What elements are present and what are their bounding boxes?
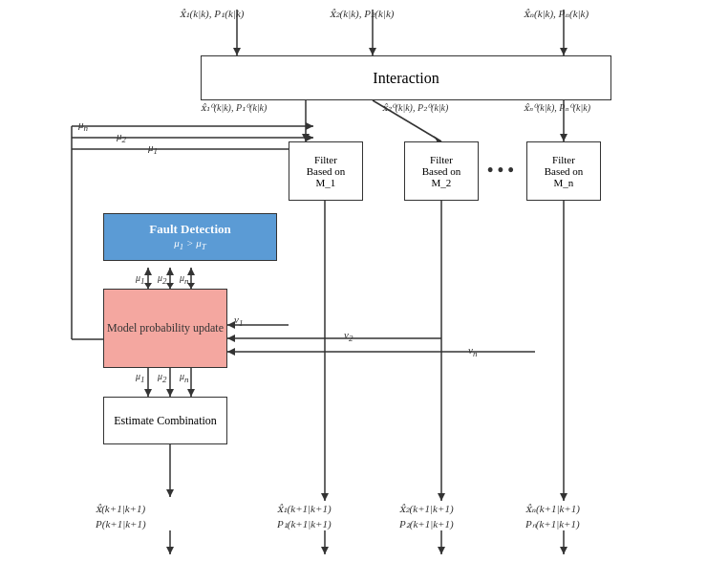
- filter1-box: Filter Based on M_1: [289, 141, 363, 201]
- svg-marker-3: [369, 48, 376, 55]
- svg-marker-38: [187, 389, 195, 397]
- fault-detection-sublabel: μ1 > μT: [149, 237, 231, 251]
- label-mu-1-top: μ1: [148, 141, 158, 156]
- label-xn-mid: x̂ₙ⁰(k|k), Pₙ⁰(k|k): [524, 102, 590, 113]
- label-xn-top: x̂ₙ(k|k), Pₙ(k|k): [524, 8, 589, 20]
- label-x2-mid: x̂₂⁰(k|k), P₂⁰(k|k): [382, 102, 448, 113]
- label-mu-n: μn: [78, 119, 88, 133]
- interaction-box: Interaction: [201, 55, 611, 100]
- svg-marker-46: [560, 493, 567, 501]
- svg-marker-30: [227, 335, 235, 342]
- label-xn-bot: x̂ₙ(k+1|k+1)Pₙ(k+1|k+1): [525, 501, 580, 531]
- label-x1-mid: x̂₁⁰(k|k), P₁⁰(k|k): [201, 102, 267, 113]
- label-mu1-bot: μ1: [136, 371, 145, 384]
- svg-marker-50: [166, 547, 174, 554]
- filtern-box: Filter Based on M_n: [526, 141, 601, 201]
- fault-detection-box: Fault Detection μ1 > μT: [103, 213, 277, 261]
- svg-marker-1: [233, 48, 241, 55]
- svg-marker-13: [306, 122, 313, 130]
- label-mun-bot: μn: [180, 371, 189, 384]
- filter1-label: Filter: [307, 154, 346, 165]
- estimate-comb-box: Estimate Combination: [103, 397, 227, 444]
- filter2-based: Based on: [422, 165, 461, 177]
- label-mu2-bot: μ2: [158, 371, 167, 384]
- label-x2-bot: x̂₂(k+1|k+1)P₂(k+1|k+1): [399, 501, 454, 531]
- label-mu1-mid: μ1: [136, 272, 145, 286]
- svg-marker-15: [306, 134, 313, 141]
- svg-marker-19: [144, 268, 152, 275]
- interaction-label: Interaction: [373, 70, 439, 87]
- filter1-model: M_1: [307, 177, 346, 188]
- filter2-model: M_2: [422, 177, 461, 188]
- estimate-comb-label: Estimate Combination: [114, 414, 217, 428]
- svg-marker-5: [560, 48, 567, 55]
- svg-marker-32: [227, 348, 235, 356]
- label-x-out: x̂(k+1|k+1)P(k+1|k+1): [96, 501, 146, 531]
- svg-marker-34: [144, 389, 152, 397]
- label-vn: vn: [468, 344, 477, 358]
- svg-marker-36: [166, 389, 174, 397]
- svg-marker-56: [560, 547, 567, 554]
- svg-marker-54: [438, 547, 445, 554]
- svg-marker-7: [302, 134, 310, 141]
- svg-marker-40: [166, 489, 174, 497]
- label-x2-top: x̂₂(k|k), P₂(k|k): [330, 8, 394, 20]
- label-v1: v1: [234, 313, 243, 328]
- filter2-box: Filter Based on M_2: [404, 141, 479, 201]
- svg-marker-11: [560, 134, 567, 141]
- fault-detection-label: Fault Detection: [149, 222, 231, 237]
- filter1-based: Based on: [307, 165, 346, 177]
- filtern-model: M_n: [545, 177, 584, 188]
- label-v2: v2: [344, 329, 353, 343]
- label-x1-bot: x̂₁(k+1|k+1)P₁(k+1|k+1): [277, 501, 332, 531]
- model-prob-box: Model probability update: [103, 289, 227, 368]
- filter2-label: Filter: [422, 154, 461, 165]
- svg-marker-42: [321, 493, 329, 501]
- filtern-label: Filter: [545, 154, 584, 165]
- svg-marker-22: [166, 268, 174, 275]
- label-mun-mid: μn: [180, 272, 189, 286]
- filter-dots: • • •: [487, 161, 514, 181]
- label-mu2-mid: μ2: [158, 272, 167, 286]
- svg-marker-52: [321, 547, 329, 554]
- label-mu-2: μ2: [117, 130, 126, 144]
- svg-marker-44: [438, 493, 445, 501]
- imm-diagram: x̂₁(k|k), P₁(k|k) x̂₂(k|k), P₂(k|k) x̂ₙ(…: [0, 0, 728, 562]
- label-x1-top: x̂₁(k|k), P₁(k|k): [180, 8, 244, 20]
- model-prob-label: Model probability update: [107, 321, 224, 335]
- filtern-based: Based on: [545, 165, 584, 177]
